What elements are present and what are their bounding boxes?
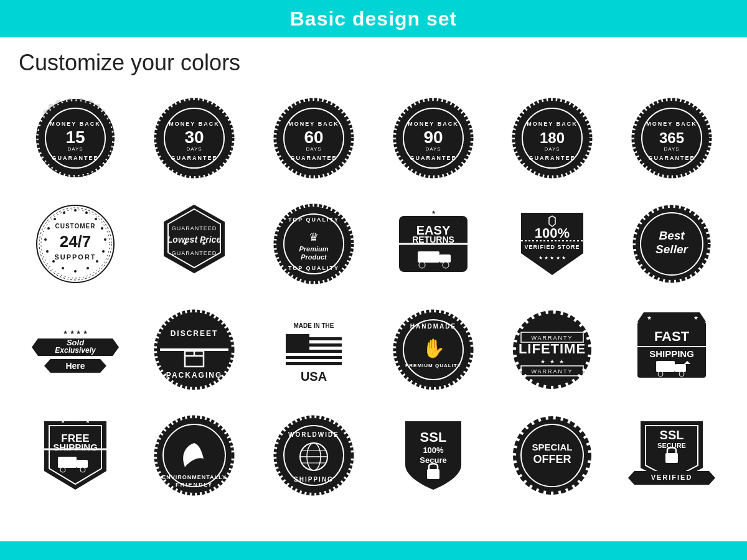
svg-marker-103 (113, 338, 119, 356)
svg-point-62 (46, 250, 49, 253)
svg-text:★: ★ (431, 210, 435, 215)
svg-point-56 (102, 250, 105, 253)
svg-text:GUARANTEED: GUARANTEED (172, 250, 217, 256)
badge-easyreturns: ★ EASY RETURNS (377, 194, 490, 294)
svg-text:15: 15 (65, 128, 85, 147)
svg-text:GUARANTEED: GUARANTEED (172, 225, 217, 231)
svg-text:FRIENDLY: FRIENDLY (176, 482, 213, 488)
svg-rect-152 (656, 361, 675, 372)
svg-text:PACKAGING: PACKAGING (166, 371, 222, 380)
svg-rect-166 (77, 460, 88, 468)
svg-text:100%: 100% (535, 225, 570, 241)
svg-text:USA: USA (301, 370, 327, 383)
svg-text:SHIPPING: SHIPPING (649, 348, 694, 359)
svg-text:★ ★ ★ ★ ★: ★ ★ ★ ★ ★ (539, 255, 566, 261)
svg-rect-126 (286, 365, 342, 368)
svg-text:PREMIUM QUALITY: PREMIUM QUALITY (405, 363, 461, 368)
svg-rect-187 (427, 469, 439, 479)
svg-text:SSL: SSL (660, 428, 684, 442)
badge-mb365: MONEY BACK 365 DAYS GUARANTEE (615, 88, 728, 188)
badge-mb90: MONEY BACK 90 DAYS GUARANTEE (377, 88, 490, 188)
badges-grid: MONEY BACK 15 DAYS GUARANTEE MONEY BACK … (0, 82, 747, 511)
svg-text:★: ★ (85, 418, 90, 424)
subtitle: Customize your colors (19, 50, 728, 76)
svg-text:DISCREET: DISCREET (171, 329, 218, 338)
svg-text:SHIPPING: SHIPPING (294, 476, 334, 483)
badge-customer247: CUSTOMER 24/7 SUPPORT (19, 194, 132, 294)
badge-bestseller: Best Seller (615, 194, 728, 294)
badge-lowestprice: GUARANTEED Lowest Price GUARANTEED ★ ★ (138, 194, 251, 294)
svg-text:★: ★ (60, 418, 65, 424)
svg-text:GUARANTEE: GUARANTEE (291, 155, 337, 161)
badge-worldwide: WORLDWIDE SHIPPING (257, 406, 370, 505)
svg-text:MONEY BACK: MONEY BACK (50, 121, 100, 127)
svg-point-66 (63, 212, 65, 214)
svg-rect-124 (286, 353, 342, 356)
svg-text:FAST: FAST (654, 329, 690, 344)
svg-point-55 (104, 238, 106, 241)
svg-marker-194 (628, 471, 634, 485)
svg-point-53 (95, 218, 97, 220)
svg-text:SPECIAL: SPECIAL (532, 442, 573, 452)
top-bar: Basic design set (0, 0, 747, 37)
svg-text:DAYS: DAYS (187, 146, 202, 152)
svg-point-90 (443, 262, 449, 268)
svg-text:OFFER: OFFER (533, 453, 571, 465)
svg-text:★: ★ (540, 358, 545, 365)
svg-text:SHIPPING: SHIPPING (53, 442, 98, 452)
badge-specialoffer: SPECIAL OFFER (496, 406, 609, 505)
svg-text:★: ★ (559, 358, 564, 365)
svg-text:TOP QUALITY: TOP QUALITY (288, 265, 339, 271)
svg-text:VERIFIED STORE: VERIFIED STORE (525, 244, 580, 250)
svg-point-64 (47, 227, 50, 230)
svg-point-61 (52, 260, 55, 263)
svg-text:WARRANTY: WARRANTY (532, 335, 573, 341)
svg-text:DAYS: DAYS (67, 146, 83, 152)
svg-text:CUSTOMER: CUSTOMER (55, 223, 95, 230)
svg-rect-127 (286, 334, 309, 353)
svg-text:★: ★ (550, 358, 555, 365)
svg-point-168 (80, 467, 85, 472)
svg-text:365: 365 (659, 129, 684, 146)
badge-verified100: 100% VERIFIED STORE ★ ★ ★ ★ ★ (496, 194, 609, 294)
svg-point-52 (85, 212, 88, 214)
svg-point-89 (419, 262, 425, 268)
svg-text:DAYS: DAYS (664, 146, 680, 152)
svg-point-63 (44, 238, 47, 241)
svg-text:SSL: SSL (420, 429, 446, 445)
svg-rect-153 (675, 364, 686, 372)
svg-text:DAYS: DAYS (425, 146, 441, 152)
svg-text:★: ★ (73, 416, 78, 422)
svg-text:180: 180 (540, 129, 565, 146)
svg-marker-102 (32, 338, 38, 356)
svg-marker-109 (100, 359, 106, 373)
badge-discreet: DISCREET PACKAGING (138, 300, 251, 399)
svg-point-51 (74, 209, 77, 212)
svg-text:★: ★ (201, 240, 207, 246)
svg-text:90: 90 (423, 128, 443, 147)
svg-text:MONEY BACK: MONEY BACK (408, 121, 458, 127)
svg-point-57 (96, 260, 98, 263)
bottom-bar (0, 541, 747, 560)
svg-text:★: ★ (687, 315, 692, 321)
svg-point-65 (54, 218, 56, 220)
svg-text:Best: Best (659, 229, 685, 242)
svg-text:ENVIRONMENTALLY: ENVIRONMENTALLY (162, 474, 227, 480)
svg-rect-87 (418, 251, 439, 263)
svg-text:★: ★ (693, 315, 698, 321)
svg-rect-88 (439, 254, 451, 263)
svg-point-54 (101, 227, 103, 230)
svg-text:MONEY BACK: MONEY BACK (527, 121, 578, 127)
svg-point-156 (679, 371, 684, 376)
svg-text:★: ★ (656, 315, 660, 321)
svg-text:SUPPORT: SUPPORT (54, 253, 96, 261)
svg-point-58 (87, 267, 89, 269)
svg-text:GUARANTEE: GUARANTEE (649, 155, 695, 161)
badge-topquality: TOP QUALITY ♛ Premium Product TOP QUALIT… (257, 194, 370, 294)
svg-text:100%: 100% (423, 446, 444, 455)
svg-point-167 (60, 467, 65, 472)
svg-text:GUARANTEE: GUARANTEE (410, 155, 456, 161)
svg-text:MONEY BACK: MONEY BACK (169, 121, 220, 127)
svg-point-155 (658, 371, 663, 376)
svg-text:MONEY BACK: MONEY BACK (646, 121, 697, 127)
